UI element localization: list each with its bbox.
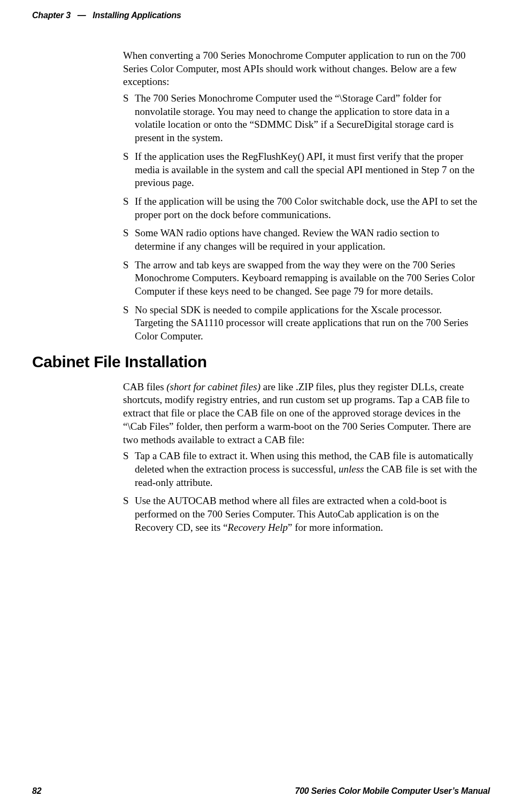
list-item: If the application uses the RegFlushKey(…: [123, 150, 479, 190]
cab-paragraph: CAB files (short for cabinet files) are …: [123, 381, 479, 446]
header-separator: —: [73, 11, 90, 20]
list-item: The 700 Series Monochrome Computer used …: [123, 92, 479, 145]
section-heading-cabinet: Cabinet File Installation: [32, 353, 490, 371]
list-item: No special SDK is needed to compile appl…: [123, 304, 479, 343]
text-run-italic: (short for cabinet files): [166, 381, 260, 392]
chapter-title: Installing Applications: [93, 11, 181, 20]
intro-paragraph: When converting a 700 Series Monochrome …: [123, 49, 479, 89]
list-item: Use the AUTOCAB method where all files a…: [123, 494, 479, 534]
list-item: If the application will be using the 700…: [123, 195, 479, 221]
cab-methods-list: Tap a CAB file to extract it. When using…: [123, 450, 479, 534]
text-run: ” for more information.: [288, 522, 383, 533]
chapter-label: Chapter 3: [32, 11, 71, 20]
list-item: Tap a CAB file to extract it. When using…: [123, 450, 479, 489]
manual-title: 700 Series Color Mobile Computer User’s …: [295, 786, 490, 796]
text-run-italic: Recovery Help: [228, 522, 288, 533]
list-item: Some WAN radio options have changed. Rev…: [123, 227, 479, 253]
text-run-italic: unless: [339, 463, 364, 475]
page-header: Chapter 3 — Installing Applications: [32, 11, 490, 22]
list-item: The arrow and tab keys are swapped from …: [123, 259, 479, 298]
text-run: CAB files: [123, 381, 166, 392]
page-footer: 82 700 Series Color Mobile Computer User…: [32, 783, 490, 796]
page-number: 82: [32, 786, 41, 796]
exceptions-list: The 700 Series Monochrome Computer used …: [123, 92, 479, 343]
